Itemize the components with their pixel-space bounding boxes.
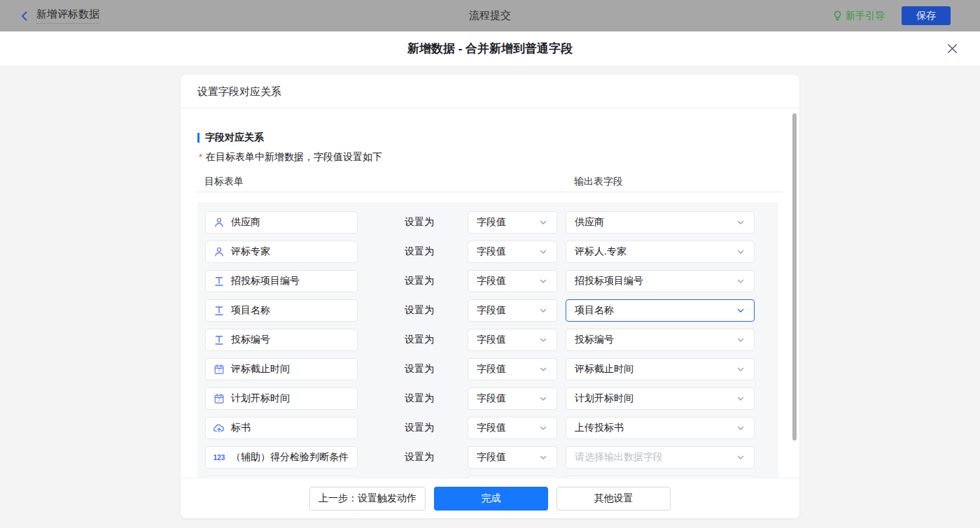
chevron-down-icon — [736, 306, 746, 315]
target-field-box: 项目名称 — [205, 299, 358, 322]
field-mapping-row: 7 评标截止时间 设置为 字段值 评标截止时间 — [205, 358, 778, 380]
value-mode-select[interactable]: 字段值 — [468, 299, 557, 322]
number-icon: 123 — [213, 454, 225, 462]
beginner-guide-link[interactable]: 新手引导 — [832, 10, 885, 22]
text-icon — [213, 276, 225, 287]
value-mode-select[interactable]: 字段值 — [468, 329, 557, 351]
output-field-select[interactable]: 计划开标时间 — [566, 387, 755, 410]
svg-text:7: 7 — [218, 368, 220, 373]
output-field-value: 招投标项目编号 — [575, 275, 643, 287]
set-as-label: 设置为 — [405, 304, 436, 317]
value-mode-value: 字段值 — [477, 216, 506, 229]
field-mapping-row: 评标专家 设置为 字段值 评标人.专家 — [205, 241, 778, 263]
previous-step-button[interactable]: 上一步：设置触发动作 — [309, 487, 426, 511]
set-as-label: 设置为 — [405, 392, 436, 405]
modal-body: 设置字段对应关系 字段对应关系 *在目标表单中新增数据，字段值设置如下 目标表单… — [0, 75, 980, 528]
chevron-down-icon — [736, 276, 746, 286]
chevron-down-icon — [538, 394, 548, 404]
other-settings-button[interactable]: 其他设置 — [556, 487, 671, 511]
output-field-value: 评标人.专家 — [575, 245, 626, 258]
output-field-value: 上传投标书 — [575, 422, 624, 434]
chevron-down-icon — [538, 364, 548, 374]
person-icon — [213, 246, 225, 257]
save-button[interactable]: 保存 — [902, 6, 951, 25]
output-field-select[interactable]: 请选择输出数据字段 — [566, 446, 755, 469]
value-mode-value: 字段值 — [477, 451, 506, 464]
output-field-select[interactable]: 评标人.专家 — [566, 241, 755, 263]
target-field-box: 供应商 — [205, 211, 358, 234]
back-icon[interactable] — [18, 10, 31, 22]
guide-label: 新手引导 — [846, 10, 885, 22]
set-as-label: 设置为 — [405, 363, 436, 376]
target-field-label: 标书 — [231, 422, 251, 434]
output-field-value: 投标编号 — [575, 334, 614, 346]
chevron-down-icon — [538, 335, 548, 345]
target-field-box: 7 计划开标时间 — [205, 387, 358, 410]
svg-text:7: 7 — [218, 397, 220, 402]
set-as-label: 设置为 — [405, 451, 436, 464]
chevron-down-icon — [538, 217, 548, 227]
text-icon — [213, 305, 225, 316]
target-field-label: 评标截止时间 — [231, 363, 290, 376]
set-as-label: 设置为 — [405, 216, 436, 229]
card-footer: 上一步：设置触发动作 完成 其他设置 — [181, 478, 799, 518]
output-field-select[interactable]: 投标编号 — [566, 329, 755, 351]
field-mapping-row: 招投标项目编号 设置为 字段值 招投标项目编号 — [205, 270, 778, 292]
target-field-box: 投标编号 — [205, 329, 358, 351]
set-as-label: 设置为 — [405, 334, 436, 346]
value-mode-select[interactable]: 字段值 — [468, 446, 557, 469]
value-mode-select[interactable]: 字段值 — [468, 241, 557, 263]
chevron-down-icon — [538, 452, 548, 462]
vertical-scrollbar-thumb[interactable] — [792, 113, 797, 441]
value-mode-value: 字段值 — [477, 275, 506, 287]
person-icon — [213, 217, 225, 228]
value-mode-value: 字段值 — [477, 304, 506, 317]
value-mode-select[interactable]: 字段值 — [468, 270, 557, 292]
value-mode-value: 字段值 — [477, 245, 506, 258]
field-mapping-row: 项目名称 设置为 字段值 项目名称 — [205, 299, 778, 322]
column-headers: 目标表单 输出表字段 — [197, 176, 783, 192]
target-field-box: 7 评标截止时间 — [205, 358, 358, 380]
value-mode-select[interactable]: 字段值 — [468, 358, 557, 380]
value-mode-select[interactable]: 字段值 — [468, 211, 557, 234]
target-field-label: 计划开标时间 — [231, 392, 290, 405]
finish-button[interactable]: 完成 — [434, 487, 548, 511]
output-field-select[interactable]: 供应商 — [566, 211, 755, 234]
value-mode-value: 字段值 — [477, 422, 506, 434]
value-mode-value: 字段值 — [477, 392, 506, 405]
chevron-down-icon — [736, 247, 746, 257]
output-field-value: 评标截止时间 — [575, 363, 634, 376]
output-field-select[interactable]: 评标截止时间 — [566, 358, 755, 380]
field-mapping-card: 设置字段对应关系 字段对应关系 *在目标表单中新增数据，字段值设置如下 目标表单… — [181, 75, 799, 518]
value-mode-select[interactable]: 字段值 — [468, 387, 557, 410]
output-field-select[interactable]: 上传投标书 — [566, 417, 755, 439]
chevron-down-icon — [736, 452, 746, 462]
modal-title: 新增数据 - 合并新增到普通字段 — [407, 41, 573, 57]
calendar-icon: 7 — [213, 364, 225, 375]
field-mapping-row: 123 （辅助）得分检验判断条件 设置为 字段值 请选择输出数据字段 — [205, 446, 778, 469]
chevron-down-icon — [736, 364, 746, 374]
target-field-box: 标书 — [205, 417, 358, 439]
field-mapping-row: 供应商 设置为 字段值 供应商 — [205, 211, 778, 234]
chevron-down-icon — [538, 247, 548, 257]
field-mapping-row: 7 计划开标时间 设置为 字段值 计划开标时间 — [205, 387, 778, 410]
column-target-form: 目标表单 — [204, 176, 244, 188]
chevron-down-icon — [736, 423, 746, 433]
output-field-select[interactable]: 招投标项目编号 — [566, 270, 755, 292]
chevron-down-icon — [736, 335, 746, 345]
close-icon[interactable] — [945, 42, 959, 56]
field-mapping-row: 投标编号 设置为 字段值 投标编号 — [205, 329, 778, 351]
required-mark: * — [199, 152, 202, 162]
target-field-box: 123 （辅助）得分检验判断条件 — [205, 446, 358, 469]
output-field-select[interactable]: 项目名称 — [566, 299, 755, 322]
field-mapping-panel: 供应商 设置为 字段值 供应商 评标专家 设置为 字段值 评标人.专家 招投标项 — [197, 202, 778, 478]
field-mapping-row: 标书 设置为 字段值 上传投标书 — [205, 417, 778, 439]
output-field-value: 计划开标时间 — [575, 392, 634, 405]
output-field-value: 项目名称 — [575, 304, 614, 317]
value-mode-select[interactable]: 字段值 — [468, 417, 557, 439]
calendar-icon: 7 — [213, 393, 225, 404]
target-field-label: 招投标项目编号 — [231, 275, 300, 287]
modal-header: 新增数据 - 合并新增到普通字段 — [0, 31, 980, 66]
flow-name[interactable]: 新增评标数据 — [36, 8, 99, 24]
mapping-note-text: 在目标表单中新增数据，字段值设置如下 — [206, 151, 382, 162]
